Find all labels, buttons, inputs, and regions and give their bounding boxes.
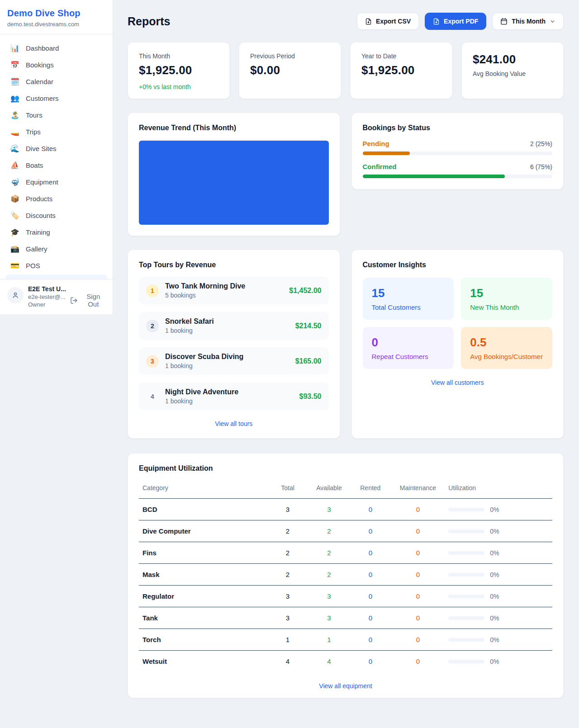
sidebar-item-label: Bookings [26, 61, 54, 69]
tour-row: 1 Two Tank Morning Dive 5 bookings $1,45… [139, 277, 329, 304]
equipment-table: Category Total Available Rented Maintena… [139, 477, 552, 672]
bookings-by-status-card: Bookings by Status Pending 2 (25%) Confi… [351, 113, 564, 189]
header-actions: Export CSV Export PDF This Month [357, 13, 564, 30]
sidebar-item-label: Boats [26, 161, 43, 169]
bookings-by-status-title: Bookings by Status [363, 124, 553, 132]
cell-utilization: 0% [445, 629, 552, 651]
tile-new-this-month: 15 New This Month [461, 278, 552, 320]
view-all-customers-link[interactable]: View all customers [363, 379, 553, 386]
sidebar-item-label: Customers [26, 95, 59, 102]
table-row: Dive Computer 2 2 0 0 0% [139, 520, 552, 542]
sailboat-icon: ⛵ [10, 162, 20, 169]
table-row: Torch 1 1 0 0 0% [139, 629, 552, 651]
cell-maintenance: 0 [391, 542, 445, 564]
user-meta: E2E Test U... e2e-tester@... Owner [28, 285, 66, 308]
utilization-percent: 0% [490, 593, 499, 600]
sidebar-item-label: Training [26, 228, 50, 236]
utilization-percent: 0% [490, 571, 499, 578]
stat-cards: This Month $1,925.00 +0% vs last month P… [128, 42, 564, 99]
cell-utilization: 0% [445, 586, 552, 607]
sidebar-item-label: Equipment [26, 178, 58, 186]
sidebar-item-bookings[interactable]: 📅 Bookings [5, 57, 107, 73]
tile-value: 0 [372, 336, 445, 350]
sidebar-item-customers[interactable]: 👥 Customers [5, 90, 107, 107]
cell-available: 1 [308, 629, 350, 651]
page-header: Reports Export CSV Export PDF [128, 13, 564, 30]
sidebar-item-tours[interactable]: 🏝️ Tours [5, 107, 107, 123]
tour-row: 3 Discover Scuba Diving 1 booking $165.0… [139, 347, 329, 375]
view-all-tours-link[interactable]: View all tours [139, 420, 329, 427]
column-header-category: Category [139, 477, 267, 499]
sidebar-item-gallery[interactable]: 📸 Gallery [5, 241, 107, 257]
cell-category: Wetsuit [139, 651, 267, 672]
shop-name: Demo Dive Shop [7, 8, 105, 19]
file-download-icon [433, 18, 440, 25]
export-csv-button[interactable]: Export CSV [357, 13, 419, 30]
utilization-percent: 0% [490, 636, 499, 643]
tour-row: 4 Night Dive Adventure 1 booking $93.50 [139, 383, 329, 410]
cell-total: 4 [267, 651, 308, 672]
table-row: Wetsuit 4 4 0 0 0% [139, 651, 552, 672]
tile-label: New This Month [470, 303, 543, 311]
person-icon [11, 291, 19, 299]
sidebar-item-trips[interactable]: 🚤 Trips [5, 123, 107, 140]
status-row-confirmed: Confirmed 6 (75%) [363, 163, 553, 178]
tour-name: Two Tank Morning Dive [165, 282, 245, 290]
equipment-utilization-title: Equipment Utilization [139, 464, 552, 473]
progress-fill-pending [363, 151, 410, 155]
sidebar: Demo Dive Shop demo.test.divestreams.com… [0, 0, 113, 314]
table-row: Fins 2 2 0 0 0% [139, 542, 552, 564]
sidebar-item-products[interactable]: 📦 Products [5, 190, 107, 207]
cell-maintenance: 0 [391, 499, 445, 520]
tile-total-customers: 15 Total Customers [363, 278, 454, 320]
shop-domain: demo.test.divestreams.com [7, 21, 105, 28]
cell-available: 3 [308, 607, 350, 629]
column-header-total: Total [267, 477, 308, 499]
top-tours-title: Top Tours by Revenue [139, 261, 329, 269]
cell-utilization: 0% [445, 607, 552, 629]
sidebar-item-boats[interactable]: ⛵ Boats [5, 157, 107, 174]
sidebar-item-dashboard[interactable]: 📊 Dashboard [5, 40, 107, 57]
column-header-utilization: Utilization [445, 477, 552, 499]
sidebar-item-reports-active-partial[interactable] [5, 274, 107, 279]
avatar [7, 287, 24, 303]
sidebar-item-pos[interactable]: 💳 POS [5, 257, 107, 274]
cell-category: Torch [139, 629, 267, 651]
customer-insights-title: Customer Insights [363, 261, 553, 269]
cell-rented: 0 [350, 564, 391, 586]
utilization-percent: 0% [490, 549, 499, 557]
insight-tiles: 15 Total Customers 15 New This Month 0 R… [363, 278, 553, 369]
sidebar-item-dive-sites[interactable]: 🌊 Dive Sites [5, 140, 107, 157]
sidebar-item-training[interactable]: 🎓 Training [5, 224, 107, 241]
table-row: Tank 3 3 0 0 0% [139, 607, 552, 629]
sign-out-button[interactable]: Sign Out [70, 293, 106, 308]
charts-row: Revenue Trend (This Month) Bookings by S… [128, 113, 564, 236]
cell-rented: 0 [350, 520, 391, 542]
stat-label: This Month [139, 52, 218, 60]
tile-value: 0.5 [470, 336, 543, 350]
view-all-equipment-link[interactable]: View all equipment [139, 682, 552, 690]
stat-card-previous-period: Previous Period $0.00 [239, 42, 341, 99]
cell-available: 2 [308, 520, 350, 542]
stat-label: Avg Booking Value [473, 70, 552, 77]
progress-track [363, 175, 553, 178]
stat-card-year-to-date: Year to Date $1,925.00 [350, 42, 452, 99]
progress-fill-confirmed [363, 175, 505, 178]
file-download-icon [365, 18, 372, 25]
sidebar-item-discounts[interactable]: 🏷️ Discounts [5, 207, 107, 224]
bookings-calendar-icon: 📅 [10, 61, 20, 69]
user-name: E2E Test U... [28, 285, 66, 293]
tour-name: Discover Scuba Diving [165, 353, 243, 361]
tour-revenue: $214.50 [295, 322, 322, 330]
rank-badge: 1 [146, 284, 159, 297]
camera-icon: 📸 [10, 246, 20, 253]
period-selector[interactable]: This Month [492, 13, 564, 30]
sidebar-item-label: Calendar [26, 78, 53, 85]
tour-bookings: 1 booking [165, 362, 243, 369]
dashboard-icon: 📊 [10, 45, 20, 52]
export-pdf-button[interactable]: Export PDF [425, 13, 486, 30]
sidebar-header: Demo Dive Shop demo.test.divestreams.com [0, 0, 113, 34]
sidebar-item-equipment[interactable]: 🤿 Equipment [5, 174, 107, 190]
sidebar-item-calendar[interactable]: 🗓️ Calendar [5, 73, 107, 90]
cell-utilization: 0% [445, 542, 552, 564]
